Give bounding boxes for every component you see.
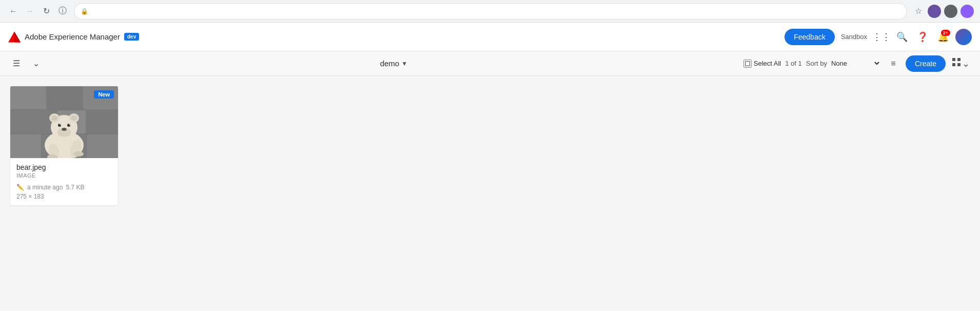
waffle-icon: ⋮⋮ bbox=[872, 31, 891, 43]
create-button[interactable]: Create bbox=[906, 55, 946, 72]
svg-rect-10 bbox=[47, 86, 82, 109]
asset-meta: ✏️ a minute ago 5.7 KB bbox=[16, 184, 112, 191]
sidebar-toggle-icon: ☰ bbox=[13, 59, 20, 68]
lock-icon: 🔒 bbox=[81, 8, 88, 15]
sort-order-icon: ≡ bbox=[891, 59, 895, 68]
feedback-button[interactable]: Feedback bbox=[785, 29, 834, 45]
profile-icons bbox=[928, 5, 974, 18]
breadcrumb-label: demo bbox=[380, 59, 400, 68]
app-title: Adobe Experience Manager bbox=[25, 32, 120, 41]
address-bar[interactable]: 🔒 author-■■■■■■■■■■■■■■■.dobeaemcloud.co… bbox=[74, 3, 907, 20]
profile-icon-1[interactable] bbox=[928, 5, 941, 18]
user-avatar[interactable] bbox=[955, 29, 972, 45]
svg-point-23 bbox=[71, 115, 77, 121]
svg-rect-4 bbox=[957, 58, 961, 61]
bookmark-button[interactable]: ☆ bbox=[911, 4, 926, 18]
svg-point-25 bbox=[62, 128, 67, 131]
pencil-icon: ✏️ bbox=[16, 184, 24, 191]
aem-logo-area: Adobe Experience Manager dev bbox=[8, 31, 139, 43]
sort-by-label: Sort by bbox=[806, 60, 827, 67]
asset-dimensions: 275 × 183 bbox=[16, 193, 112, 200]
breadcrumb-current[interactable]: demo ▼ bbox=[380, 59, 407, 68]
browser-chrome: ← → ↻ ⓘ 🔒 author-■■■■■■■■■■■■■■■.dobeaem… bbox=[0, 0, 980, 23]
toolbar-right: Select All 1 of 1 Sort by None Name Date… bbox=[743, 55, 972, 72]
new-badge: New bbox=[94, 90, 114, 99]
asset-name: bear.jpeg bbox=[16, 163, 112, 171]
aem-app: Adobe Experience Manager dev Feedback Sa… bbox=[0, 23, 980, 311]
asset-card[interactable]: New bear.jpeg IMAGE ✏️ a minute ago 5.7 … bbox=[10, 86, 118, 205]
svg-point-22 bbox=[51, 115, 57, 121]
chevron-down-icon: ⌄ bbox=[33, 59, 40, 68]
asset-type: IMAGE bbox=[16, 172, 112, 179]
checkbox-icon bbox=[745, 61, 750, 66]
grid-view-icon bbox=[952, 57, 961, 69]
reload-button[interactable]: ↻ bbox=[39, 4, 53, 18]
view-site-info-button[interactable]: ⓘ bbox=[55, 4, 70, 18]
back-button[interactable]: ← bbox=[6, 4, 21, 18]
count-label: 1 of 1 bbox=[785, 60, 802, 67]
adobe-logo bbox=[8, 31, 21, 43]
svg-point-33 bbox=[73, 151, 84, 157]
svg-marker-1 bbox=[14, 31, 21, 42]
view-toggle-button[interactable]: ⌄ bbox=[950, 55, 972, 71]
top-bar: Adobe Experience Manager dev Feedback Sa… bbox=[0, 23, 980, 51]
breadcrumb-area: demo ▼ bbox=[48, 59, 739, 68]
svg-point-29 bbox=[69, 124, 70, 125]
assets-grid: New bear.jpeg IMAGE ✏️ a minute ago 5.7 … bbox=[10, 86, 970, 205]
svg-rect-14 bbox=[87, 110, 118, 133]
sidebar-toggle-button[interactable]: ☰ bbox=[8, 55, 25, 72]
search-button[interactable]: 🔍 bbox=[894, 29, 910, 45]
svg-rect-12 bbox=[10, 110, 56, 133]
forward-button[interactable]: → bbox=[23, 4, 37, 18]
top-bar-icons: ⋮⋮ 🔍 ❓ 🔔 2+ bbox=[873, 29, 972, 45]
help-icon: ❓ bbox=[917, 31, 928, 43]
svg-rect-15 bbox=[10, 134, 41, 158]
notifications-button[interactable]: 🔔 2+ bbox=[935, 29, 951, 45]
secondary-toolbar: ☰ ⌄ demo ▼ Select All 1 of 1 bbox=[0, 51, 980, 76]
asset-info: bear.jpeg IMAGE ✏️ a minute ago 5.7 KB 2… bbox=[10, 158, 118, 205]
breadcrumb-chevron-icon: ▼ bbox=[401, 60, 407, 67]
svg-rect-3 bbox=[952, 58, 955, 61]
select-all-checkbox bbox=[743, 60, 752, 68]
select-all-label: Select All bbox=[754, 60, 781, 67]
url-input[interactable]: author-■■■■■■■■■■■■■■■.dobeaemcloud.com/… bbox=[91, 7, 900, 15]
sandbox-label: Sandbox bbox=[841, 33, 867, 41]
waffle-menu-button[interactable]: ⋮⋮ bbox=[873, 29, 890, 45]
svg-rect-2 bbox=[745, 61, 750, 66]
sort-select[interactable]: None Name Date Modified Size bbox=[829, 59, 881, 68]
chevron-down-icon: ⌄ bbox=[962, 58, 970, 69]
toolbar-left: ☰ ⌄ bbox=[8, 55, 44, 72]
top-bar-right: Feedback Sandbox ⋮⋮ 🔍 ❓ 🔔 2+ bbox=[785, 29, 972, 45]
profile-icon-3[interactable] bbox=[961, 5, 974, 18]
svg-point-28 bbox=[60, 124, 61, 125]
asset-thumbnail: New bbox=[10, 86, 118, 158]
nav-buttons: ← → ↻ ⓘ bbox=[6, 4, 70, 18]
profile-icon-2[interactable] bbox=[944, 5, 957, 18]
svg-rect-17 bbox=[87, 134, 118, 158]
notification-count: 2+ bbox=[941, 30, 950, 36]
browser-actions: ☆ bbox=[911, 4, 974, 18]
chevron-down-button[interactable]: ⌄ bbox=[28, 55, 44, 72]
svg-rect-9 bbox=[10, 86, 46, 109]
dev-badge: dev bbox=[124, 33, 139, 41]
search-icon: 🔍 bbox=[896, 31, 908, 43]
main-content: New bear.jpeg IMAGE ✏️ a minute ago 5.7 … bbox=[0, 76, 980, 311]
asset-size: 5.7 KB bbox=[66, 184, 84, 191]
svg-rect-5 bbox=[952, 63, 955, 66]
asset-modified: a minute ago bbox=[27, 184, 63, 191]
sort-order-button[interactable]: ≡ bbox=[885, 55, 901, 72]
sort-area: Sort by None Name Date Modified Size bbox=[806, 59, 881, 68]
select-all-button[interactable]: Select All bbox=[743, 60, 781, 68]
help-button[interactable]: ❓ bbox=[914, 29, 931, 45]
svg-rect-6 bbox=[957, 63, 961, 66]
